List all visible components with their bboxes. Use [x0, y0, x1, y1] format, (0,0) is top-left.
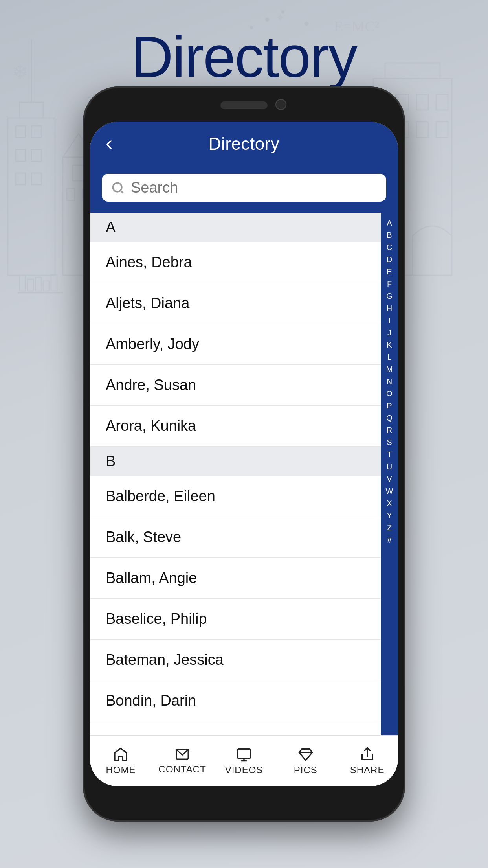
svg-line-40 [121, 190, 123, 193]
search-area [90, 166, 398, 213]
alpha-L[interactable]: L [387, 351, 391, 362]
directory-list: A Aines, Debra Aljets, Diana Amberly, Jo… [90, 213, 398, 735]
svg-rect-3 [16, 126, 26, 138]
list-item[interactable]: Balberde, Eileen [90, 476, 381, 517]
svg-rect-18 [416, 94, 428, 110]
alpha-S[interactable]: S [387, 437, 392, 448]
section-letter-a: A [106, 219, 116, 235]
alpha-N[interactable]: N [387, 376, 392, 387]
alpha-H[interactable]: H [387, 303, 392, 314]
alpha-B[interactable]: B [387, 230, 392, 241]
alpha-R[interactable]: R [387, 425, 392, 436]
list-content: A Aines, Debra Aljets, Diana Amberly, Jo… [90, 213, 381, 735]
alpha-D[interactable]: D [387, 254, 392, 265]
alpha-Q[interactable]: Q [386, 412, 393, 423]
alpha-M[interactable]: M [386, 364, 393, 375]
svg-rect-8 [31, 173, 41, 185]
search-input-wrapper [102, 174, 386, 202]
search-icon [111, 181, 125, 195]
alpha-A[interactable]: A [387, 217, 392, 228]
alpha-V[interactable]: V [387, 473, 392, 484]
tab-videos-label: VIDEOS [225, 765, 263, 776]
phone-frame: ‹ Directory A [83, 86, 405, 822]
svg-rect-42 [237, 749, 250, 758]
tab-home-label: HOME [106, 765, 136, 776]
svg-rect-1 [20, 102, 43, 118]
tab-bar: HOME CONTACT VIDEOS [90, 735, 398, 786]
alpha-X[interactable]: X [387, 498, 392, 509]
tab-home[interactable]: HOME [90, 747, 152, 776]
section-header-a: A [90, 213, 381, 242]
alpha-U[interactable]: U [387, 461, 392, 472]
list-item[interactable]: Baselice, Philip [90, 599, 381, 640]
screen-body: ‹ Directory A [90, 122, 398, 735]
tab-share[interactable]: SHARE [336, 747, 398, 776]
svg-rect-36 [43, 281, 49, 291]
svg-rect-5 [16, 149, 26, 161]
header-title: Directory [209, 134, 280, 154]
list-item[interactable]: Ballam, Angie [90, 558, 381, 599]
list-item[interactable]: Aines, Debra [90, 242, 381, 283]
alpha-T[interactable]: T [387, 449, 392, 460]
tab-pics-label: PICS [294, 765, 317, 776]
svg-rect-33 [20, 275, 26, 291]
list-item[interactable]: Aljets, Diana [90, 283, 381, 324]
tab-share-label: SHARE [350, 765, 385, 776]
alpha-O[interactable]: O [386, 388, 393, 399]
list-item[interactable]: Bondin, Darin [90, 680, 381, 721]
svg-rect-7 [16, 173, 26, 185]
svg-rect-34 [28, 279, 33, 291]
alpha-Y[interactable]: Y [387, 510, 392, 521]
alpha-P[interactable]: P [387, 400, 392, 411]
phone-camera [275, 99, 286, 110]
alpha-I[interactable]: I [388, 315, 391, 326]
page-title: Directory [131, 24, 357, 89]
app-header: ‹ Directory [90, 122, 398, 166]
tab-contact[interactable]: CONTACT [152, 747, 213, 775]
envelope-icon [174, 747, 191, 761]
list-item[interactable]: Bateman, Jessica [90, 640, 381, 680]
section-letter-b: B [106, 453, 116, 469]
alpha-W[interactable]: W [386, 485, 393, 497]
alpha-G[interactable]: G [386, 291, 393, 302]
tab-pics[interactable]: PICS [275, 747, 336, 776]
alpha-K[interactable]: K [387, 339, 392, 350]
diamond-icon [297, 747, 314, 762]
alpha-J[interactable]: J [387, 327, 391, 338]
page-title-area: Directory [0, 24, 488, 90]
phone-screen: ‹ Directory A [90, 122, 398, 786]
home-icon [112, 747, 129, 762]
back-button[interactable]: ‹ [106, 133, 112, 153]
alpha-hash[interactable]: # [387, 534, 391, 545]
tab-videos[interactable]: VIDEOS [213, 747, 275, 776]
svg-rect-22 [416, 122, 428, 138]
section-header-b: B [90, 447, 381, 476]
svg-point-27 [266, 18, 269, 21]
phone-speaker [220, 101, 268, 109]
svg-rect-12 [67, 189, 75, 200]
list-item[interactable]: Arora, Kunika [90, 406, 381, 447]
tab-contact-label: CONTACT [159, 764, 206, 775]
svg-rect-4 [31, 126, 41, 138]
list-item[interactable]: Balk, Steve [90, 517, 381, 558]
svg-rect-23 [436, 122, 448, 138]
share-icon [359, 747, 376, 762]
svg-rect-6 [31, 149, 41, 161]
alpha-C[interactable]: C [387, 242, 392, 253]
alpha-F[interactable]: F [387, 278, 392, 289]
list-item[interactable]: Andre, Susan [90, 365, 381, 406]
tv-icon [235, 747, 253, 762]
alphabet-sidebar: A B C D E F G H I J K L M N O P Q [381, 213, 398, 735]
svg-text:✦: ✦ [275, 11, 285, 24]
alpha-Z[interactable]: Z [387, 522, 392, 533]
svg-rect-19 [436, 94, 448, 110]
svg-rect-0 [8, 118, 55, 275]
alpha-E[interactable]: E [387, 266, 392, 277]
svg-rect-37 [51, 274, 57, 291]
svg-rect-35 [35, 277, 41, 291]
list-item[interactable]: Amberly, Jody [90, 324, 381, 365]
search-input[interactable] [131, 179, 377, 196]
